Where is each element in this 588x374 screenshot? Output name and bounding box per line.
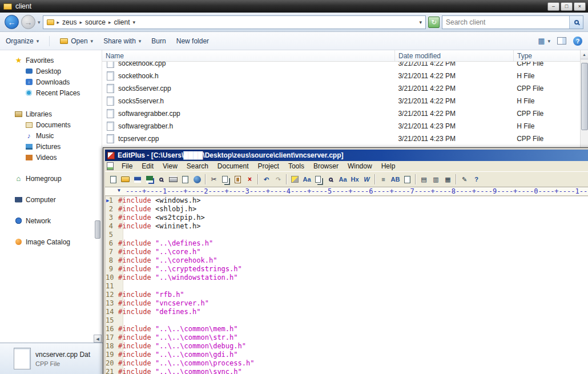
file-row[interactable]: sockethook.cpp 3/21/2011 4:22 PM CPP Fil… xyxy=(102,62,580,70)
search-input[interactable] xyxy=(442,18,569,26)
properties-icon[interactable]: ▦ xyxy=(442,174,454,185)
back-button[interactable]: ← xyxy=(5,15,19,29)
sidebar-group-homegroup[interactable]: ⌂ Homegroup xyxy=(0,173,102,184)
file-row[interactable]: tcpserver.cpp 3/21/2011 4:23 PM CPP File xyxy=(102,132,580,145)
forward-button[interactable]: → xyxy=(21,15,35,29)
list-scrollbar[interactable]: ▲ xyxy=(580,50,588,147)
scrollbar-thumb[interactable] xyxy=(95,220,100,239)
separator xyxy=(257,174,259,184)
editplus-window: EditPlus - [C:\Users\████\Desktop\zeus\s… xyxy=(103,147,588,374)
delete-icon[interactable]: × xyxy=(244,174,256,185)
search-button[interactable] xyxy=(569,16,583,29)
minimize-button[interactable]: – xyxy=(547,2,559,11)
menu-browser[interactable]: Browser xyxy=(309,162,343,170)
new-document-icon[interactable] xyxy=(107,174,119,185)
column-marker-icon[interactable]: AB xyxy=(389,174,401,185)
refresh-button[interactable]: ↻ xyxy=(428,17,440,28)
save-all-icon[interactable] xyxy=(143,174,155,185)
menu-view[interactable]: View xyxy=(158,162,182,170)
sidebar-item-desktop[interactable]: Desktop xyxy=(0,66,102,77)
menu-file[interactable]: File xyxy=(117,162,137,170)
burn-button[interactable]: Burn xyxy=(151,37,166,45)
sidebar-item-downloads[interactable]: ↓ Downloads xyxy=(0,77,102,87)
undo-icon[interactable]: ↶ xyxy=(260,174,272,185)
explorer-title-bar[interactable]: client – □ × xyxy=(0,0,588,13)
cut-icon[interactable]: ✂ xyxy=(208,174,220,185)
file-row[interactable]: softwaregrabber.cpp 3/21/2011 4:22 PM CP… xyxy=(102,107,580,120)
table-grid-icon[interactable]: ▤ xyxy=(418,174,430,185)
web-browser-icon[interactable] xyxy=(191,174,203,185)
breadcrumb[interactable]: ▸ zeus ▸ source ▸ client ▾ ▾ xyxy=(43,15,426,29)
line-numbers-icon[interactable]: ≡ xyxy=(377,174,389,185)
column-headers: Name Date modified Type xyxy=(102,50,588,62)
menu-help[interactable]: Help xyxy=(377,162,400,170)
breadcrumb-item-client[interactable]: client xyxy=(114,18,130,26)
new-folder-button[interactable]: New folder xyxy=(176,37,209,45)
column-header-name[interactable]: Name xyxy=(102,50,395,61)
copy-icon[interactable] xyxy=(220,174,232,185)
open-file-icon[interactable] xyxy=(119,174,131,185)
open-button[interactable]: Open ▾ xyxy=(60,37,93,45)
file-row[interactable]: socks5server.cpp 3/21/2011 4:22 PM CPP F… xyxy=(102,82,580,95)
editplus-title-bar[interactable]: EditPlus - [C:\Users\████\Desktop\zeus\s… xyxy=(105,150,588,161)
menu-search[interactable]: Search xyxy=(182,162,213,170)
preview-pane-icon[interactable]: ▥ xyxy=(430,174,442,185)
column-header-date-modified[interactable]: Date modified xyxy=(395,50,514,61)
sidebar-item-recent-places[interactable]: Recent Places xyxy=(0,87,102,98)
sidebar-scrollbar[interactable] xyxy=(94,50,102,343)
sidebar-item-documents[interactable]: Documents xyxy=(0,119,102,130)
edit-pencil-icon[interactable]: ✎ xyxy=(458,174,470,185)
close-button[interactable]: × xyxy=(574,2,586,11)
menu-tools[interactable]: Tools xyxy=(284,162,309,170)
organize-button[interactable]: Organize ▾ xyxy=(6,37,39,45)
context-help-icon[interactable]: ? xyxy=(470,174,482,185)
code-editor[interactable]: ▶1#include <windows.h> 2#include <shlobj… xyxy=(106,196,588,374)
menu-project[interactable]: Project xyxy=(253,162,284,170)
save-icon[interactable] xyxy=(131,174,143,185)
sidebar-item-pictures[interactable]: Pictures xyxy=(0,141,102,152)
sidebar-item-videos[interactable]: Videos xyxy=(0,152,102,163)
convert-case-icon[interactable]: Aa xyxy=(337,174,349,185)
find-icon[interactable] xyxy=(325,174,337,185)
sidebar-group-libraries[interactable]: Libraries xyxy=(0,108,102,119)
menu-document[interactable]: Document xyxy=(213,162,253,170)
file-row[interactable]: softwaregrabber.h 3/21/2011 4:23 PM H Fi… xyxy=(102,120,580,132)
scroll-left-button[interactable]: ◀ xyxy=(94,335,102,343)
highlighter-icon[interactable] xyxy=(289,174,301,185)
breadcrumb-item-zeus[interactable]: zeus xyxy=(62,18,76,26)
scroll-up-button[interactable]: ▲ xyxy=(581,50,588,59)
file-name: softwaregrabber.cpp xyxy=(118,110,180,118)
hex-viewer-icon[interactable]: Hx xyxy=(349,174,361,185)
copy-selection-icon[interactable] xyxy=(313,174,325,185)
sidebar-item-music[interactable]: ♪ Music xyxy=(0,130,102,141)
word-wrap-icon[interactable]: W xyxy=(361,174,373,185)
share-with-button[interactable]: Share with ▾ xyxy=(103,37,141,45)
column-header-type[interactable]: Type xyxy=(514,50,581,61)
file-row[interactable]: sockethook.h 3/21/2011 4:22 PM H File xyxy=(102,70,580,82)
sidebar-group-image-catalog[interactable]: Image Catalog xyxy=(0,236,102,247)
print-icon[interactable] xyxy=(167,174,179,185)
sidebar-group-favorites[interactable]: ★ Favorites xyxy=(0,55,102,66)
print-preview-icon[interactable] xyxy=(155,174,167,185)
help-icon[interactable]: ? xyxy=(573,37,582,46)
breadcrumb-item-source[interactable]: source xyxy=(85,18,106,26)
nav-history-dropdown-icon[interactable]: ▾ xyxy=(38,19,41,25)
line-number: 12 xyxy=(106,291,118,299)
scrollbar-thumb[interactable] xyxy=(581,63,588,130)
file-row[interactable]: socks5server.h 3/21/2011 4:22 PM H File xyxy=(102,95,580,107)
sidebar-group-network[interactable]: Network xyxy=(0,215,102,226)
page-setup-icon[interactable] xyxy=(179,174,191,185)
spell-check-icon[interactable]: Aa xyxy=(301,174,313,185)
sidebar-group-computer[interactable]: Computer xyxy=(0,194,102,205)
new-window-icon[interactable] xyxy=(401,174,413,185)
preview-pane-icon[interactable] xyxy=(557,37,566,45)
menu-window[interactable]: Window xyxy=(343,162,377,170)
change-view-button[interactable]: ▦ ▾ xyxy=(538,37,550,45)
redo-icon[interactable]: ↷ xyxy=(272,174,284,185)
address-dropdown-icon[interactable]: ▾ xyxy=(419,19,422,25)
maximize-button[interactable]: □ xyxy=(561,2,573,11)
file-name: tcpserver.cpp xyxy=(118,135,159,143)
menu-edit[interactable]: Edit xyxy=(137,162,158,170)
sidebar-label: Recent Places xyxy=(36,89,80,97)
paste-icon[interactable] xyxy=(232,174,244,185)
